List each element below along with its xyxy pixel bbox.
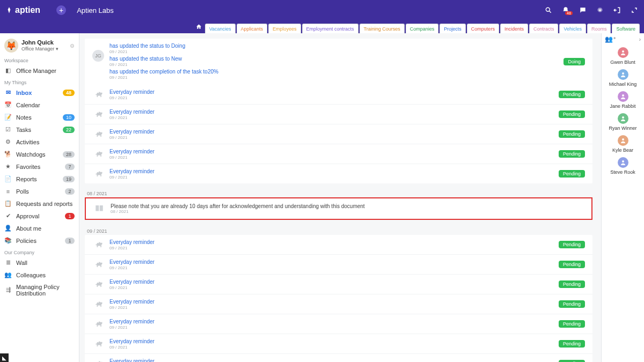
corner-badge[interactable]: ◣ — [0, 353, 9, 362]
contact-avatar — [618, 47, 628, 58]
alert-date: 08 / 2021 — [111, 209, 584, 214]
tab-vacancies[interactable]: Vacancies — [205, 24, 236, 33]
search-icon[interactable] — [544, 6, 553, 14]
contact-ryan-winner[interactable]: Ryan Winner — [602, 111, 644, 133]
expand-icon[interactable] — [630, 6, 639, 14]
sidebar-item-watchdogs[interactable]: 🐕 Watchdogs 28 — [0, 148, 79, 160]
reminder-title[interactable]: Everyday reminder — [109, 239, 554, 246]
sidebar-section-company: Our Company — [0, 247, 79, 256]
sidebar-item-policies[interactable]: 📚 Policies 1 — [0, 234, 79, 247]
contact-name: Gwen Blunt — [610, 60, 635, 65]
tab-training-courses[interactable]: Training Courses — [360, 24, 405, 33]
tab-software[interactable]: Software — [612, 24, 640, 33]
sidebar-item-reports[interactable]: 📄 Reports 19 — [0, 173, 79, 185]
gear-icon[interactable] — [596, 6, 604, 14]
reminder-title[interactable]: Everyday reminder — [109, 88, 554, 95]
sidebar-item-activities[interactable]: ⚙ Activities — [0, 136, 79, 148]
reminder-row[interactable]: Everyday reminder 09 / 2021 Pending — [85, 254, 592, 274]
status-line[interactable]: has updated the completion of the task t… — [109, 68, 559, 75]
sidebar-item-approval[interactable]: ✔ Approval 1 — [0, 210, 79, 222]
contact-jane-rabbit[interactable]: Jane Rabbit — [602, 89, 644, 111]
sidebar-item-notes[interactable]: 📝 Notes 10 — [0, 111, 79, 123]
contact-gwen-blunt[interactable]: Gwen Blunt — [602, 45, 644, 67]
reminder-title[interactable]: Everyday reminder — [109, 278, 554, 285]
status-date: 09 / 2021 — [109, 62, 559, 67]
sidebar-badge: 10 — [63, 114, 75, 121]
watchdog-icon — [92, 148, 104, 160]
tab-applicants[interactable]: Applicants — [237, 24, 268, 33]
reminder-row[interactable]: Everyday reminder 09 / 2021 Pending — [85, 104, 592, 124]
reminder-row[interactable]: Everyday reminder 09 / 2021 Pending — [85, 294, 592, 314]
acknowledgement-alert[interactable]: Please note that you are already 10 days… — [85, 197, 592, 220]
tab-vehicles[interactable]: Vehicles — [559, 24, 586, 33]
header-actions: 48 — [544, 6, 639, 14]
sidebar-icon: ☑ — [4, 126, 12, 134]
sidebar-icon: ✉ — [4, 89, 12, 97]
reminder-row[interactable]: Everyday reminder 09 / 2021 Pending — [85, 334, 592, 353]
tab-employees[interactable]: Employees — [268, 24, 301, 33]
user-role-dropdown[interactable]: Office Manager ▾ — [21, 46, 70, 52]
status-badge: Pending — [559, 130, 585, 138]
contact-steve-rook[interactable]: Steve Rook — [602, 155, 644, 177]
sidebar-item-tasks[interactable]: ☑ Tasks 22 — [0, 123, 79, 136]
reminder-title[interactable]: Everyday reminder — [109, 128, 554, 135]
brand-logo[interactable]: aptien — [5, 5, 40, 15]
status-line[interactable]: has updated the status to Doing — [109, 42, 559, 49]
reminder-title[interactable]: Everyday reminder — [109, 338, 554, 345]
user-settings-icon[interactable]: ⚙ — [70, 43, 75, 49]
reminder-title[interactable]: Everyday reminder — [109, 148, 554, 155]
tab-computers[interactable]: Computers — [467, 24, 499, 33]
chat-icon[interactable] — [579, 6, 587, 14]
reminder-row[interactable]: Everyday reminder 09 / 2021 Pending — [85, 235, 592, 254]
contact-michael-king[interactable]: Michael King — [602, 67, 644, 89]
tab-rooms[interactable]: Rooms — [587, 24, 611, 33]
sidebar-item-managing-policy-distribution[interactable]: ⇶ Managing Policy Distribution — [0, 281, 79, 299]
reminder-row[interactable]: Everyday reminder 09 / 2021 Pending — [85, 353, 592, 362]
sidebar-item-requests-and-reports[interactable]: 📋 Requests and reports — [0, 197, 79, 210]
status-line[interactable]: has updated the status to New — [109, 55, 559, 62]
sidebar-item-polls[interactable]: ≡ Polls 2 — [0, 185, 79, 197]
tab-incidents[interactable]: Incidents — [500, 24, 528, 33]
reminder-title[interactable]: Everyday reminder — [109, 358, 554, 362]
home-icon[interactable] — [196, 24, 202, 31]
contact-kyle-bear[interactable]: Kyle Bear — [602, 133, 644, 155]
sidebar-icon: 📅 — [4, 101, 12, 109]
reminder-title[interactable]: Everyday reminder — [109, 108, 554, 115]
sidebar-section-mythings: My Things — [0, 77, 79, 86]
contact-avatar — [618, 157, 628, 168]
sidebar-item-colleagues[interactable]: 👥 Colleagues — [0, 269, 79, 281]
sidebar-item-favorites[interactable]: ★ Favorites 7 — [0, 160, 79, 173]
reminder-title[interactable]: Everyday reminder — [109, 168, 554, 175]
sidebar-badge: 2 — [65, 188, 75, 195]
bell-icon[interactable]: 48 — [561, 6, 570, 14]
logout-icon[interactable] — [613, 6, 621, 14]
sidebar-item-calendar[interactable]: 📅 Calendar — [0, 99, 79, 111]
sidebar-item-label: Calendar — [16, 102, 75, 108]
reminder-title[interactable]: Everyday reminder — [109, 298, 554, 305]
reminder-row[interactable]: Everyday reminder 09 / 2021 Pending — [85, 85, 592, 104]
user-block[interactable]: 🦊 John Quick Office Manager ▾ ⚙ — [0, 36, 79, 55]
reminder-row[interactable]: Everyday reminder 09 / 2021 Pending — [85, 124, 592, 144]
add-button[interactable]: + — [56, 5, 66, 15]
tab-employment-contracts[interactable]: Employment contracts — [302, 24, 358, 33]
tab-companies[interactable]: Companies — [406, 24, 439, 33]
reminder-row[interactable]: Everyday reminder 09 / 2021 Pending — [85, 274, 592, 294]
org-name[interactable]: Aptien Labs — [77, 6, 114, 14]
people-icon[interactable]: 👥⁺ — [605, 35, 616, 43]
main-content[interactable]: JG has updated the status to Doing 09 / … — [79, 33, 601, 362]
sidebar-item-wall[interactable]: ≣ Wall — [0, 256, 79, 269]
tab-projects[interactable]: Projects — [440, 24, 466, 33]
reminder-row[interactable]: Everyday reminder 09 / 2021 Pending — [85, 144, 592, 164]
sidebar-item-label: About me — [16, 225, 75, 232]
reminder-row[interactable]: Everyday reminder 09 / 2021 Pending — [85, 164, 592, 183]
sidebar-workspace-item[interactable]: ◧ Office Manager — [0, 64, 79, 77]
tab-contracts[interactable]: Contracts — [529, 24, 559, 33]
chevron-right-icon[interactable]: › — [639, 36, 641, 42]
reminder-row[interactable]: Everyday reminder 09 / 2021 Pending — [85, 314, 592, 334]
reminder-title[interactable]: Everyday reminder — [109, 318, 554, 325]
reminder-title[interactable]: Everyday reminder — [109, 258, 554, 265]
watchdog-icon — [92, 128, 104, 140]
status-badge: Pending — [559, 360, 585, 362]
sidebar-item-about-me[interactable]: 👤 About me — [0, 222, 79, 234]
sidebar-item-inbox[interactable]: ✉ Inbox 48 — [0, 86, 79, 99]
